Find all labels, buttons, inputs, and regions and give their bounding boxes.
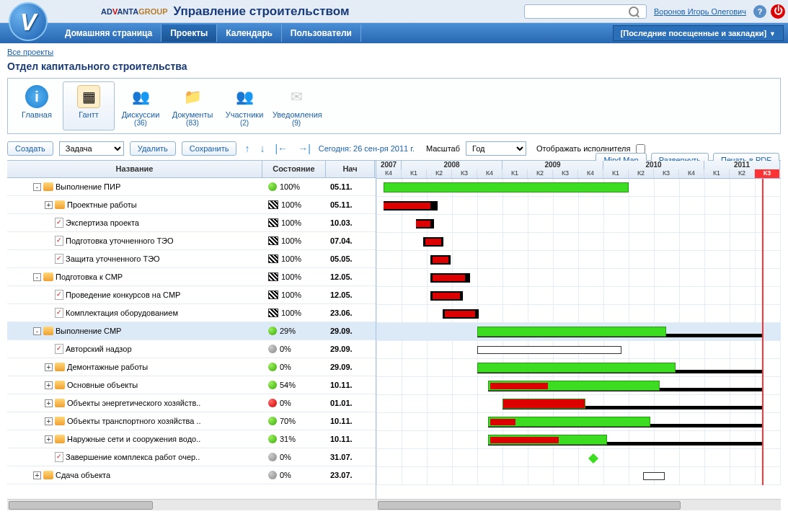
tab-gantt[interactable]: ▦ Гантт	[63, 81, 115, 130]
task-row[interactable]: -Подготовка к СМР 100% 12.05.	[7, 268, 376, 286]
status-bullet	[268, 345, 277, 353]
tab-members[interactable]: 👥 Участники (2)	[218, 81, 270, 130]
quarter-header: К4	[376, 169, 402, 178]
scale-select[interactable]: Год	[466, 141, 526, 156]
toggle-icon[interactable]: +	[45, 381, 53, 389]
gantt-bar[interactable]	[643, 472, 665, 480]
status-bullet	[268, 471, 277, 479]
task-row[interactable]: +Объекты энергетического хозяйств.. 0% 0…	[7, 394, 376, 412]
toggle-icon[interactable]: +	[45, 399, 53, 407]
nav-home[interactable]: Домашняя страница	[56, 25, 161, 42]
right-scrollbar[interactable]	[376, 499, 781, 510]
gantt-row[interactable]	[376, 449, 781, 467]
user-link[interactable]: Воронов Игорь Олегович	[654, 7, 746, 16]
task-row[interactable]: +Сдача объекта 0% 23.07.	[7, 466, 376, 484]
create-button[interactable]: Создать	[7, 141, 53, 156]
performer-checkbox[interactable]	[636, 144, 645, 154]
tab-documents[interactable]: 📁 Документы (83)	[167, 81, 218, 130]
toggle-icon[interactable]: +	[33, 471, 41, 479]
toggle-icon[interactable]: +	[45, 201, 53, 209]
nav-users[interactable]: Пользователи	[282, 25, 361, 42]
gantt-row[interactable]	[376, 359, 781, 377]
gantt-row[interactable]	[376, 323, 781, 341]
gantt-milestone[interactable]	[588, 453, 598, 464]
create-type-select[interactable]: Задача	[59, 141, 124, 156]
nav-calendar[interactable]: Календарь	[217, 25, 282, 42]
quarter-header: К2	[730, 169, 755, 178]
quarter-header: К2	[427, 169, 452, 178]
toggle-icon[interactable]: +	[45, 363, 53, 371]
gantt-bar[interactable]	[503, 399, 585, 409]
indent-icon[interactable]: →|	[296, 143, 313, 154]
task-row[interactable]: Завершение комплекса работ очер.. 0% 31.…	[7, 448, 376, 466]
tab-discussions[interactable]: 👥 Дискуссии (36)	[115, 81, 167, 130]
toggle-icon[interactable]: -	[33, 327, 41, 335]
gantt-bar[interactable]	[477, 346, 621, 354]
task-row[interactable]: Подготовка уточненного ТЭО 100% 07.04.	[7, 232, 376, 250]
move-down-icon[interactable]: ↓	[257, 143, 267, 154]
task-row[interactable]: +Демонтажные работы 0% 29.09.	[7, 358, 376, 376]
gantt-row[interactable]	[376, 179, 781, 197]
task-name: Комплектация оборудованием	[66, 309, 178, 317]
task-row[interactable]: Экспертиза проекта 100% 10.03.	[7, 214, 376, 232]
left-scrollbar[interactable]	[7, 499, 376, 510]
search-box[interactable]	[524, 4, 647, 19]
gantt-row[interactable]	[376, 287, 781, 305]
gantt-row[interactable]	[376, 395, 781, 413]
tab-notifications[interactable]: ✉ Уведомления (9)	[270, 81, 322, 130]
gantt-row[interactable]	[376, 413, 781, 431]
task-row[interactable]: Комплектация оборудованием 100% 23.06.	[7, 304, 376, 322]
chevron-down-icon: ▼	[769, 30, 776, 37]
task-row[interactable]: +Проектные работы 100% 05.11.	[7, 196, 376, 214]
col-start[interactable]: Нач	[326, 161, 375, 177]
gantt-row[interactable]	[376, 341, 781, 359]
gantt-row[interactable]	[376, 377, 781, 395]
gantt-overrun	[490, 383, 548, 389]
help-icon[interactable]: ?	[753, 5, 766, 18]
col-name[interactable]: Название	[7, 161, 262, 177]
task-name: Выполнение СМР	[56, 327, 121, 335]
breadcrumb[interactable]: Все проекты	[7, 48, 53, 56]
gantt-bar[interactable]	[477, 363, 676, 373]
col-state[interactable]: Состояние	[262, 161, 326, 177]
gantt-bar[interactable]	[384, 182, 629, 192]
nav-projects[interactable]: Проекты	[161, 25, 217, 42]
move-up-icon[interactable]: ↑	[242, 143, 252, 154]
gantt-row[interactable]	[376, 269, 781, 287]
app-logo[interactable]: V	[9, 2, 48, 41]
status-bullet	[268, 399, 277, 407]
status-bullet	[268, 327, 277, 335]
gantt-pane[interactable]: 20072008200920102011 К4К1К2К3К4К1К2К3К4К…	[376, 161, 781, 499]
task-row[interactable]: -Выполнение СМР 29% 29.09.	[7, 322, 376, 340]
gantt-row[interactable]	[376, 233, 781, 251]
save-button[interactable]: Сохранить	[182, 141, 237, 156]
gantt-row[interactable]	[376, 305, 781, 323]
toggle-icon[interactable]: +	[45, 417, 53, 425]
task-row[interactable]: +Наружные сети и сооружения водо.. 31% 1…	[7, 430, 376, 448]
gantt-row[interactable]	[376, 467, 781, 485]
gantt-row[interactable]	[376, 251, 781, 269]
gantt-row[interactable]	[376, 197, 781, 215]
logout-icon[interactable]	[771, 4, 785, 19]
search-icon[interactable]	[629, 6, 639, 17]
outdent-icon[interactable]: |←	[273, 143, 290, 154]
task-row[interactable]: -Выполнение ПИР 100% 05.11.	[7, 178, 376, 196]
search-input[interactable]	[528, 7, 629, 16]
nav-bookmarks[interactable]: [Последние посещенные и закладки]▼	[613, 25, 784, 41]
task-row[interactable]: Защита уточненного ТЭО 100% 05.05.	[7, 250, 376, 268]
today-label[interactable]: Сегодня: 26 сен-ря 2011 г.	[319, 144, 415, 153]
delete-button[interactable]: Удалить	[130, 141, 176, 156]
gantt-row[interactable]	[376, 215, 781, 233]
tab-main[interactable]: i Главная	[11, 81, 63, 130]
toggle-icon[interactable]: -	[33, 183, 41, 191]
gantt-bar[interactable]	[477, 327, 666, 337]
task-row[interactable]: Проведение конкурсов на СМР 100% 12.05.	[7, 286, 376, 304]
task-row[interactable]: +Основные объекты 54% 10.11.	[7, 376, 376, 394]
document-icon	[55, 236, 63, 246]
task-row[interactable]: +Объекты транспортного хозяйства .. 70% …	[7, 412, 376, 430]
task-name: Наружные сети и сооружения водо..	[67, 435, 200, 443]
toggle-icon[interactable]: +	[45, 435, 53, 443]
task-row[interactable]: Авторский надзор 0% 29.09.	[7, 340, 376, 358]
toggle-icon[interactable]: -	[33, 273, 41, 281]
gantt-row[interactable]	[376, 431, 781, 449]
